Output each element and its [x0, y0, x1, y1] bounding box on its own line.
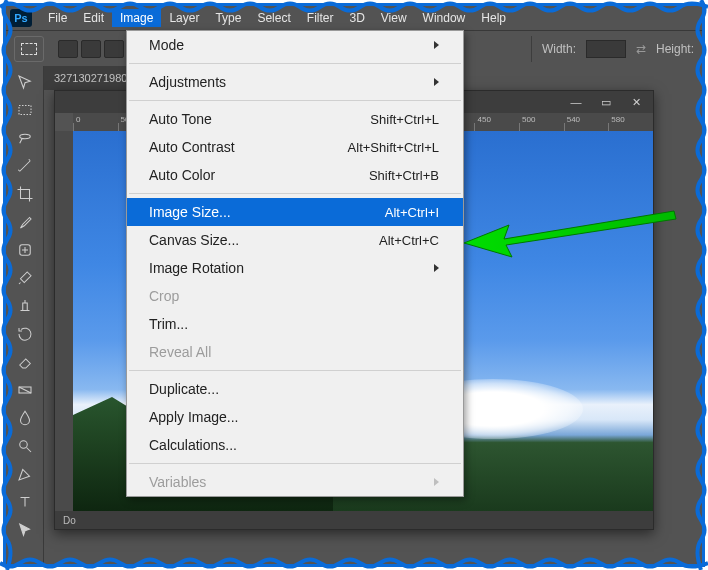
move-tool[interactable] [13, 70, 37, 94]
menubar: Ps FileEditImageLayerTypeSelectFilter3DV… [6, 6, 702, 30]
menu-item-label: Variables [149, 474, 206, 490]
menu-item-calculations[interactable]: Calculations... [127, 431, 463, 459]
menu-item-label: Auto Tone [149, 111, 212, 127]
tools-panel [6, 66, 44, 564]
gradient-tool[interactable] [13, 378, 37, 402]
menu-item-image-size[interactable]: Image Size...Alt+Ctrl+I [127, 198, 463, 226]
menu-item-image-rotation[interactable]: Image Rotation [127, 254, 463, 282]
menu-item-label: Auto Color [149, 167, 215, 183]
menu-item-label: Auto Contrast [149, 139, 235, 155]
menu-item-label: Reveal All [149, 344, 211, 360]
menu-item-trim[interactable]: Trim... [127, 310, 463, 338]
menu-item-crop: Crop [127, 282, 463, 310]
dodge-tool[interactable] [13, 434, 37, 458]
width-input[interactable] [586, 40, 626, 58]
menu-item-label: Canvas Size... [149, 232, 239, 248]
active-tool-preview[interactable] [14, 36, 44, 62]
menu-layer[interactable]: Layer [161, 9, 207, 27]
menu-item-auto-contrast[interactable]: Auto ContrastAlt+Shift+Ctrl+L [127, 133, 463, 161]
menu-item-shortcut: Alt+Shift+Ctrl+L [348, 140, 439, 155]
marquee-icon [21, 43, 37, 55]
menu-item-shortcut: Shift+Ctrl+B [369, 168, 439, 183]
menu-item-label: Image Rotation [149, 260, 244, 276]
menu-item-shortcut: Alt+Ctrl+I [385, 205, 439, 220]
status-text: Do [63, 515, 76, 526]
menu-item-label: Crop [149, 288, 179, 304]
menu-item-apply-image[interactable]: Apply Image... [127, 403, 463, 431]
height-label: Height: [656, 42, 694, 56]
brush-tool[interactable] [13, 266, 37, 290]
menu-item-adjustments[interactable]: Adjustments [127, 68, 463, 96]
selection-add[interactable] [81, 40, 101, 58]
menu-item-duplicate[interactable]: Duplicate... [127, 375, 463, 403]
menu-item-mode[interactable]: Mode [127, 31, 463, 59]
menu-item-label: Adjustments [149, 74, 226, 90]
menu-type[interactable]: Type [207, 9, 249, 27]
menu-3d[interactable]: 3D [341, 9, 372, 27]
menu-item-auto-tone[interactable]: Auto ToneShift+Ctrl+L [127, 105, 463, 133]
history-brush-tool[interactable] [13, 322, 37, 346]
menu-item-label: Mode [149, 37, 184, 53]
menu-edit[interactable]: Edit [75, 9, 112, 27]
minimize-button[interactable]: — [565, 95, 587, 109]
magic-wand-tool[interactable] [13, 154, 37, 178]
blur-tool[interactable] [13, 406, 37, 430]
clone-stamp-tool[interactable] [13, 294, 37, 318]
svg-point-3 [19, 441, 27, 449]
menu-help[interactable]: Help [473, 9, 514, 27]
swap-icon[interactable]: ⇄ [636, 42, 646, 56]
menu-item-canvas-size[interactable]: Canvas Size...Alt+Ctrl+C [127, 226, 463, 254]
maximize-button[interactable]: ▭ [595, 95, 617, 109]
menu-item-reveal-all: Reveal All [127, 338, 463, 366]
healing-brush-tool[interactable] [13, 238, 37, 262]
menu-separator [129, 370, 461, 371]
app-logo: Ps [10, 9, 32, 27]
menu-item-shortcut: Alt+Ctrl+C [379, 233, 439, 248]
menu-filter[interactable]: Filter [299, 9, 342, 27]
image-menu-dropdown: ModeAdjustmentsAuto ToneShift+Ctrl+LAuto… [126, 30, 464, 497]
crop-tool[interactable] [13, 182, 37, 206]
menu-item-label: Calculations... [149, 437, 237, 453]
pen-tool[interactable] [13, 462, 37, 486]
type-tool[interactable] [13, 490, 37, 514]
menu-separator [129, 63, 461, 64]
lasso-tool[interactable] [13, 126, 37, 150]
menu-item-label: Apply Image... [149, 409, 239, 425]
menu-select[interactable]: Select [249, 9, 298, 27]
eyedropper-tool[interactable] [13, 210, 37, 234]
menu-item-auto-color[interactable]: Auto ColorShift+Ctrl+B [127, 161, 463, 189]
selection-subtract[interactable] [104, 40, 124, 58]
svg-rect-0 [19, 106, 31, 115]
menu-window[interactable]: Window [415, 9, 474, 27]
vertical-ruler[interactable] [55, 131, 73, 511]
eraser-tool[interactable] [13, 350, 37, 374]
status-bar: Do [55, 511, 653, 529]
marquee-tool[interactable] [13, 98, 37, 122]
menu-item-shortcut: Shift+Ctrl+L [370, 112, 439, 127]
close-button[interactable]: ✕ [625, 95, 647, 109]
path-selection-tool[interactable] [13, 518, 37, 542]
menu-item-label: Image Size... [149, 204, 231, 220]
menu-file[interactable]: File [40, 9, 75, 27]
separator [531, 36, 532, 62]
menu-item-label: Duplicate... [149, 381, 219, 397]
menu-separator [129, 100, 461, 101]
menu-view[interactable]: View [373, 9, 415, 27]
menu-image[interactable]: Image [112, 9, 161, 27]
menu-separator [129, 463, 461, 464]
menu-separator [129, 193, 461, 194]
width-label: Width: [542, 42, 576, 56]
menu-item-variables: Variables [127, 468, 463, 496]
selection-new[interactable] [58, 40, 78, 58]
menu-item-label: Trim... [149, 316, 188, 332]
